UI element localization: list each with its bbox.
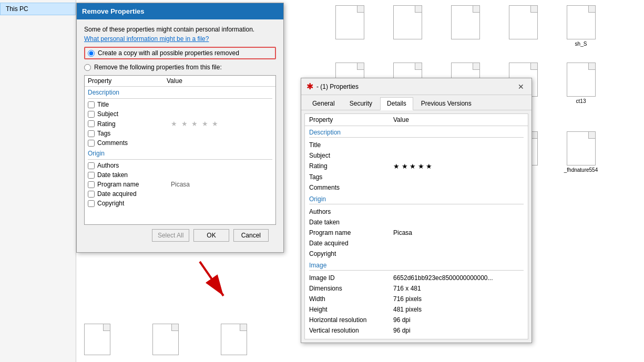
props-description-header: Description	[305, 126, 528, 137]
prop-row-comments: Comments	[85, 138, 275, 148]
content-row-hres: Horizontal resolution 96 dpi	[305, 315, 528, 325]
file-icon-3[interactable]	[444, 5, 486, 47]
tab-general[interactable]: General	[305, 97, 342, 110]
props-close-button[interactable]: ✕	[516, 82, 526, 91]
content-dimensions-val: 716 x 481	[393, 285, 524, 292]
content-tags-val	[393, 173, 524, 181]
cancel-button[interactable]: Cancel	[233, 229, 269, 242]
file-icon-10[interactable]: ct13	[560, 63, 602, 116]
content-row-imageid: Image ID 6652d61bb923ec8500000000000...	[305, 273, 528, 283]
bottom-file-3[interactable]	[213, 324, 255, 357]
checkbox-copyright[interactable]	[88, 200, 95, 207]
props-description-divider	[309, 137, 524, 138]
content-header-property: Property	[309, 116, 393, 123]
radio-copy-option[interactable]: Create a copy with all possible properti…	[84, 47, 276, 59]
content-title-prop: Title	[309, 141, 393, 149]
tabs-bar: General Security Details Previous Versio…	[301, 95, 531, 110]
checkbox-dateacquired[interactable]	[88, 191, 95, 198]
content-rating-val: ★ ★ ★ ★ ★	[393, 162, 524, 170]
prop-authors-label: Authors	[97, 162, 171, 169]
props-image-header: Image	[305, 259, 528, 270]
personal-info-link[interactable]: What personal information might be in a …	[84, 35, 209, 43]
prop-row-authors: Authors	[85, 161, 275, 170]
origin-divider	[88, 159, 272, 160]
tab-security[interactable]: Security	[343, 97, 379, 110]
prop-rating-value: ★ ★ ★ ★ ★	[171, 120, 272, 128]
col-header-value: Value	[167, 77, 272, 85]
content-width-prop: Width	[309, 295, 393, 303]
content-vres-val: 96 dpi	[393, 327, 524, 334]
content-datetaken-val	[393, 219, 524, 226]
origin-section-header: Origin	[85, 148, 275, 158]
remove-props-title: Remove Properties	[82, 7, 145, 15]
prop-row-subject: Subject	[85, 109, 275, 119]
select-all-button[interactable]: Select All	[152, 229, 189, 242]
props-table-container: Property Value Description Title Subject…	[84, 75, 276, 225]
file-icon-1[interactable]	[329, 5, 371, 47]
content-copyright-prop: Copyright	[309, 250, 393, 257]
checkbox-datetaken[interactable]	[88, 172, 95, 179]
file-icon-5[interactable]: sh_S	[560, 5, 602, 47]
checkbox-authors[interactable]	[88, 162, 95, 169]
content-row-comments: Comments	[305, 182, 528, 193]
file-icon-15[interactable]: _fhdnature554	[560, 131, 602, 173]
sidebar-item-this-pc[interactable]: This PC	[0, 3, 76, 15]
ok-button[interactable]: OK	[193, 229, 229, 242]
col-header-property: Property	[88, 77, 167, 85]
bottom-file-2[interactable]	[145, 324, 187, 357]
content-hres-val: 96 dpi	[393, 316, 524, 324]
props-image-divider	[309, 270, 524, 271]
content-row-title: Title	[305, 140, 528, 150]
content-width-val: 716 pixels	[393, 295, 524, 303]
props-title: - (1) Properties	[316, 83, 359, 90]
checkbox-comments[interactable]	[88, 140, 95, 147]
content-vres-prop: Vertical resolution	[309, 327, 393, 334]
content-title-val	[393, 141, 524, 149]
radio-copy-label: Create a copy with all possible properti…	[98, 49, 239, 57]
explorer-sidebar: This PC	[0, 0, 76, 362]
prop-programname-value: Picasa	[171, 181, 272, 188]
checkbox-rating[interactable]	[88, 120, 95, 127]
checkbox-programname[interactable]	[88, 181, 95, 188]
content-row-height: Height 481 pixels	[305, 304, 528, 315]
radio-remove-option[interactable]: Remove the following properties from thi…	[84, 64, 276, 71]
content-rating-prop: Rating	[309, 162, 393, 170]
props-content-header: Property Value	[305, 114, 528, 126]
prop-copyright-label: Copyright	[97, 200, 171, 207]
file-icon-2[interactable]	[386, 5, 428, 47]
content-dateacquired-val	[393, 240, 524, 247]
content-subject-val	[393, 152, 524, 159]
bottom-file-icons	[76, 324, 255, 357]
checkbox-tags[interactable]	[88, 130, 95, 137]
checkbox-subject[interactable]	[88, 111, 95, 118]
radio-copy-input[interactable]	[88, 50, 95, 57]
content-copyright-val	[393, 250, 524, 257]
content-row-programname: Program name Picasa	[305, 227, 528, 238]
content-row-copyright: Copyright	[305, 249, 528, 259]
props-content: Property Value Description Title Subject…	[304, 113, 528, 339]
dialog-footer: Select All OK Cancel	[84, 225, 276, 246]
prop-row-title: Title	[85, 100, 275, 109]
tab-previous-versions[interactable]: Previous Versions	[414, 97, 478, 110]
bottom-file-1[interactable]	[76, 324, 118, 357]
radio-remove-label: Remove the following properties from thi…	[94, 64, 222, 71]
checkbox-title[interactable]	[88, 101, 95, 108]
prop-rating-label: Rating	[97, 120, 171, 128]
prop-datetaken-label: Date taken	[97, 171, 171, 179]
prop-dateacquired-label: Date acquired	[97, 190, 171, 198]
content-authors-prop: Authors	[309, 208, 393, 215]
prop-row-datetaken: Date taken	[85, 170, 275, 180]
content-row-tags: Tags	[305, 172, 528, 182]
radio-remove-input[interactable]	[84, 64, 91, 71]
tab-details[interactable]: Details	[380, 97, 413, 110]
content-row-subject: Subject	[305, 150, 528, 161]
content-dateacquired-prop: Date acquired	[309, 240, 393, 247]
file-icon-4[interactable]	[502, 5, 544, 47]
remove-props-desc: Some of these properties might contain p…	[84, 26, 276, 33]
properties-dialog: ✱ - (1) Properties ✕ General Security De…	[301, 78, 532, 343]
content-header-value: Value	[393, 116, 524, 123]
prop-row-programname: Program name Picasa	[85, 180, 275, 189]
prop-title-label: Title	[97, 101, 171, 108]
content-row-authors: Authors	[305, 206, 528, 217]
prop-programname-label: Program name	[97, 181, 171, 188]
